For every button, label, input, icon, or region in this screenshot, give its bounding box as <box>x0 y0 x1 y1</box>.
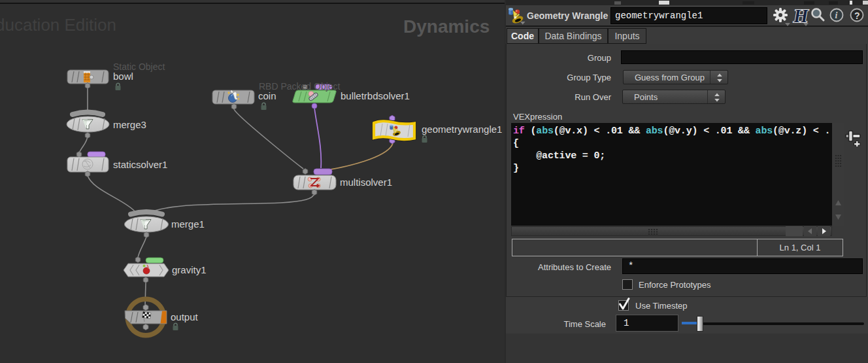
svg-text:RBD Packed Object: RBD Packed Object <box>259 81 341 92</box>
svg-text:staticsolver1: staticsolver1 <box>113 159 167 170</box>
svg-text:coin: coin <box>258 90 276 101</box>
svg-text:merge3: merge3 <box>113 119 146 130</box>
svg-text:gravity1: gravity1 <box>172 264 207 275</box>
svg-text:bowl: bowl <box>113 71 133 82</box>
svg-text:merge1: merge1 <box>171 218 205 230</box>
svg-text:geometrywrangle1: geometrywrangle1 <box>422 124 502 135</box>
svg-text:multisolver1: multisolver1 <box>340 177 392 188</box>
svg-text:?: ? <box>854 10 860 21</box>
svg-text:i: i <box>835 10 838 20</box>
svg-text:bulletrbdsolver1: bulletrbdsolver1 <box>341 90 410 101</box>
svg-text:output: output <box>171 311 199 322</box>
